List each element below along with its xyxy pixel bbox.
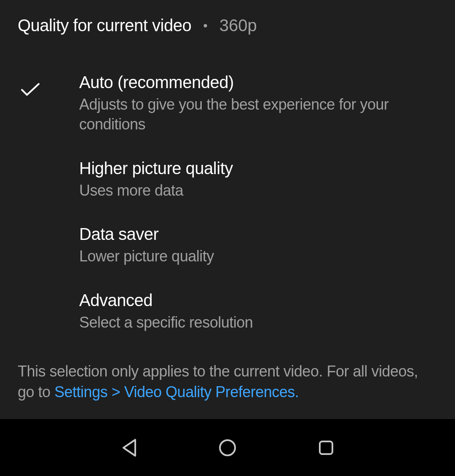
quality-sheet: Quality for current video • 360p Auto (r… — [0, 0, 455, 419]
svg-point-0 — [220, 440, 235, 455]
option-desc: Select a specific resolution — [79, 313, 437, 333]
sheet-header: Quality for current video • 360p — [0, 0, 455, 48]
footer: This selection only applies to the curre… — [0, 344, 455, 421]
home-icon — [218, 438, 237, 457]
option-title: Higher picture quality — [79, 158, 437, 178]
current-quality-value: 360p — [219, 16, 257, 35]
svg-rect-1 — [320, 441, 332, 454]
option-text: Auto (recommended) Adjusts to give you t… — [79, 72, 437, 134]
option-higher-quality[interactable]: Higher picture quality Uses more data — [0, 146, 455, 212]
back-icon — [121, 439, 137, 457]
option-text: Higher picture quality Uses more data — [79, 158, 437, 201]
option-text: Data saver Lower picture quality — [79, 224, 437, 266]
footer-text: This selection only applies to the curre… — [18, 361, 437, 402]
recents-icon — [318, 440, 334, 456]
back-button[interactable] — [117, 436, 141, 460]
header-title: Quality for current video — [18, 16, 191, 35]
option-data-saver[interactable]: Data saver Lower picture quality — [0, 212, 455, 278]
option-advanced[interactable]: Advanced Select a specific resolution — [0, 278, 455, 344]
check-icon — [20, 82, 40, 97]
check-column — [18, 72, 79, 97]
home-button[interactable] — [216, 436, 239, 460]
android-navbar — [0, 419, 455, 476]
option-desc: Adjusts to give you the best experience … — [79, 95, 437, 134]
option-title: Data saver — [79, 224, 437, 244]
option-title: Advanced — [79, 290, 437, 310]
recents-button[interactable] — [314, 436, 338, 460]
bullet-separator: • — [203, 19, 208, 33]
option-title: Auto (recommended) — [79, 72, 437, 92]
quality-options-list: Auto (recommended) Adjusts to give you t… — [0, 48, 455, 344]
option-text: Advanced Select a specific resolution — [79, 290, 437, 333]
check-column — [18, 158, 79, 168]
check-column — [18, 290, 79, 300]
check-column — [18, 224, 79, 234]
option-auto[interactable]: Auto (recommended) Adjusts to give you t… — [0, 60, 455, 146]
option-desc: Lower picture quality — [79, 247, 437, 266]
settings-link[interactable]: Settings > Video Quality Preferences. — [54, 383, 299, 401]
option-desc: Uses more data — [79, 181, 437, 201]
